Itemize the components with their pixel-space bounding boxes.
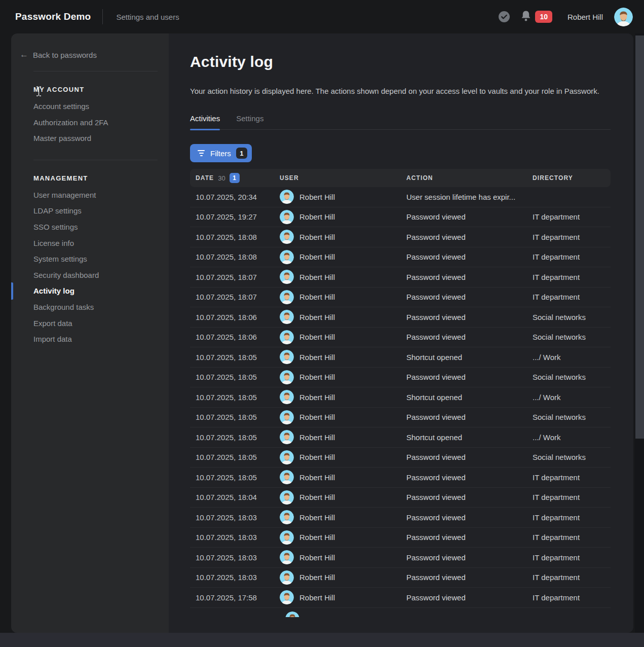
activity-table: DATE 30 1 USER ACTION DIRECTORY 10.07.20 bbox=[190, 169, 611, 617]
table-row[interactable]: 10.07.2025, 18:05 Robert Hill Shortcut o… bbox=[190, 347, 611, 368]
row-user-name: Robert Hill bbox=[299, 333, 335, 341]
table-row-partial[interactable] bbox=[190, 608, 611, 617]
column-header-user[interactable]: USER bbox=[280, 174, 406, 182]
app-logo[interactable]: Passwork Demo bbox=[15, 11, 91, 22]
sidebar-item[interactable]: LDAP settings bbox=[11, 203, 169, 219]
sidebar-item[interactable]: Export data bbox=[11, 315, 169, 332]
row-user: Robert Hill bbox=[280, 250, 406, 264]
sidebar-item[interactable]: User management bbox=[11, 187, 169, 203]
row-user: Robert Hill bbox=[280, 530, 406, 545]
row-action: Password viewed bbox=[406, 233, 533, 241]
table-row[interactable]: 10.07.2025, 18:07 Robert Hill Password v… bbox=[190, 267, 611, 287]
row-user-name: Robert Hill bbox=[299, 233, 335, 241]
row-action: Password viewed bbox=[406, 313, 533, 321]
tab-settings[interactable]: Settings bbox=[236, 114, 263, 129]
row-user: Robert Hill bbox=[280, 350, 406, 364]
row-user-avatar bbox=[280, 190, 294, 204]
sidebar-item[interactable]: Master password bbox=[11, 130, 169, 147]
row-user: Robert Hill bbox=[280, 270, 406, 284]
sidebar-item[interactable]: Account settings bbox=[11, 98, 169, 115]
row-user: Robert Hill bbox=[280, 290, 406, 304]
row-user-avatar bbox=[280, 290, 294, 304]
sidebar-item[interactable]: Import data bbox=[11, 331, 169, 347]
table-row[interactable]: 10.07.2025, 18:03 Robert Hill Password v… bbox=[190, 568, 611, 588]
table-row[interactable]: 10.07.2025, 18:03 Robert Hill Password v… bbox=[190, 508, 611, 528]
filters-button[interactable]: Filters 1 bbox=[190, 144, 252, 162]
row-action: Password viewed bbox=[406, 553, 533, 562]
row-date: 10.07.2025, 18:03 bbox=[190, 553, 280, 562]
current-user-name: Robert Hill bbox=[567, 13, 603, 21]
table-row[interactable]: 10.07.2025, 18:08 Robert Hill Password v… bbox=[190, 227, 611, 247]
date-column-label: DATE bbox=[196, 174, 214, 182]
sidebar-divider bbox=[33, 71, 158, 71]
column-header-directory[interactable]: DIRECTORY bbox=[533, 174, 611, 182]
row-user-avatar bbox=[280, 350, 294, 364]
sidebar-item[interactable]: Security dashboard bbox=[11, 267, 169, 283]
row-user: Robert Hill bbox=[280, 470, 406, 484]
row-user-avatar bbox=[280, 550, 294, 564]
table-row[interactable]: 10.07.2025, 18:06 Robert Hill Password v… bbox=[190, 307, 611, 328]
table-row[interactable]: 10.07.2025, 18:05 Robert Hill Password v… bbox=[190, 468, 611, 488]
row-user-name: Robert Hill bbox=[299, 533, 335, 542]
table-row[interactable]: 10.07.2025, 18:08 Robert Hill Password v… bbox=[190, 247, 611, 268]
sidebar-management-items: User management LDAP settings SSO settin… bbox=[11, 187, 169, 347]
table-row[interactable]: 10.07.2025, 18:05 Robert Hill Shortcut o… bbox=[190, 427, 611, 448]
table-row[interactable]: 10.07.2025, 19:27 Robert Hill Password v… bbox=[190, 207, 611, 228]
table-row[interactable]: 10.07.2025, 18:05 Robert Hill Password v… bbox=[190, 368, 611, 388]
row-user-name: Robert Hill bbox=[299, 433, 335, 442]
row-date: 10.07.2025, 18:05 bbox=[190, 433, 280, 442]
row-date: 10.07.2025, 18:03 bbox=[190, 513, 280, 522]
table-row[interactable]: 10.07.2025, 18:03 Robert Hill Password v… bbox=[190, 528, 611, 548]
activity-log-panel: Activity log Your action history is disp… bbox=[169, 33, 633, 633]
row-action: Shortcut opened bbox=[406, 393, 533, 402]
table-body: 10.07.2025, 20:34 Robert Hill User sessi… bbox=[190, 187, 611, 617]
row-user: Robert Hill bbox=[280, 190, 406, 204]
column-header-date[interactable]: DATE 30 1 bbox=[190, 173, 280, 183]
row-directory: IT department bbox=[533, 293, 611, 301]
row-directory: IT department bbox=[533, 273, 611, 281]
row-user: Robert Hill bbox=[280, 510, 406, 524]
row-user-avatar bbox=[280, 390, 294, 404]
tab-activities[interactable]: Activities bbox=[190, 114, 220, 129]
sidebar-item[interactable]: Authorization and 2FA bbox=[11, 115, 169, 131]
scrollbar-thumb[interactable] bbox=[635, 35, 644, 439]
row-user-avatar bbox=[280, 230, 294, 244]
back-to-passwords-link[interactable]: ← Back to passwords bbox=[11, 50, 169, 60]
table-row[interactable]: 10.07.2025, 18:06 Robert Hill Password v… bbox=[190, 328, 611, 348]
column-header-action[interactable]: ACTION bbox=[406, 174, 533, 182]
sidebar-item[interactable]: SSO settings bbox=[11, 219, 169, 235]
tab-bar: Activities Settings bbox=[190, 114, 611, 130]
sidebar-item[interactable]: Activity log bbox=[11, 283, 169, 299]
table-row[interactable]: 10.07.2025, 18:05 Robert Hill Shortcut o… bbox=[190, 387, 611, 408]
row-action: Password viewed bbox=[406, 513, 533, 522]
row-user: Robert Hill bbox=[280, 410, 406, 424]
back-link-label: Back to passwords bbox=[33, 51, 97, 59]
sidebar-section-my-account: MY ACCOUNT bbox=[11, 86, 169, 93]
status-check-icon[interactable] bbox=[499, 11, 510, 22]
row-user-avatar bbox=[280, 490, 294, 505]
table-row[interactable]: 10.07.2025, 18:05 Robert Hill Password v… bbox=[190, 448, 611, 468]
table-row[interactable]: 10.07.2025, 18:03 Robert Hill Password v… bbox=[190, 548, 611, 568]
table-row[interactable]: 10.07.2025, 18:07 Robert Hill Password v… bbox=[190, 287, 611, 308]
table-row[interactable]: 10.07.2025, 20:34 Robert Hill User sessi… bbox=[190, 187, 611, 207]
row-directory: IT department bbox=[533, 573, 611, 582]
sidebar-item[interactable]: License info bbox=[11, 235, 169, 251]
page-description: Your action history is displayed here. T… bbox=[190, 85, 605, 97]
sidebar-divider bbox=[33, 160, 158, 160]
row-action: User session lifetime has expir... bbox=[406, 193, 533, 201]
page-title: Activity log bbox=[190, 53, 611, 70]
table-row[interactable]: 10.07.2025, 18:04 Robert Hill Password v… bbox=[190, 488, 611, 508]
sidebar-item[interactable]: System settings bbox=[11, 251, 169, 267]
sidebar-item[interactable]: Background tasks bbox=[11, 299, 169, 315]
row-user-name: Robert Hill bbox=[299, 453, 335, 461]
row-directory: IT department bbox=[533, 473, 611, 482]
table-row[interactable]: 10.07.2025, 18:05 Robert Hill Password v… bbox=[190, 408, 611, 428]
row-user-avatar bbox=[280, 430, 294, 444]
top-bar: Passwork Demo Settings and users 10 Robe… bbox=[0, 0, 644, 33]
table-row[interactable]: 10.07.2025, 17:58 Robert Hill Password v… bbox=[190, 588, 611, 608]
row-directory: Social networks bbox=[533, 373, 611, 381]
notifications-button[interactable]: 10 bbox=[521, 10, 552, 24]
row-user-avatar bbox=[280, 310, 294, 324]
row-action: Password viewed bbox=[406, 333, 533, 341]
user-avatar[interactable] bbox=[614, 8, 633, 26]
